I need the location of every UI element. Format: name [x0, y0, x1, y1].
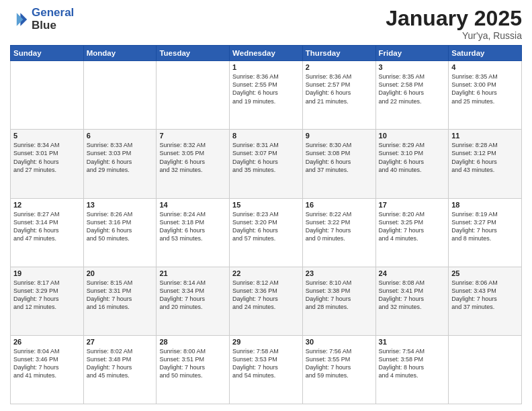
day-number: 7 [159, 132, 226, 140]
day-number: 22 [232, 269, 300, 277]
calendar-cell: 13Sunrise: 8:26 AMSunset: 3:16 PMDayligh… [83, 198, 157, 267]
calendar-cell: 21Sunrise: 8:14 AMSunset: 3:34 PMDayligh… [157, 267, 230, 335]
calendar-cell: 10Sunrise: 8:29 AMSunset: 3:10 PMDayligh… [375, 130, 449, 198]
logo: General Blue [10, 7, 74, 32]
page: General Blue January 2025 Yur'ya, Russia… [0, 0, 532, 411]
day-header-saturday: Saturday [449, 46, 522, 61]
day-number: 27 [87, 338, 154, 346]
day-info: Sunrise: 8:12 AMSunset: 3:36 PMDaylight:… [232, 279, 300, 312]
day-info: Sunrise: 8:04 AMSunset: 3:46 PMDaylight:… [13, 347, 81, 380]
day-info: Sunrise: 8:36 AMSunset: 2:55 PMDaylight:… [232, 73, 300, 105]
day-info: Sunrise: 8:28 AMSunset: 3:12 PMDaylight:… [451, 141, 519, 174]
day-info: Sunrise: 8:27 AMSunset: 3:14 PMDaylight:… [13, 210, 81, 243]
calendar-cell: 1Sunrise: 8:36 AMSunset: 2:55 PMDaylight… [230, 61, 303, 130]
calendar-cell: 15Sunrise: 8:23 AMSunset: 3:20 PMDayligh… [230, 198, 303, 267]
day-header-thursday: Thursday [302, 46, 375, 61]
calendar-cell: 31Sunrise: 7:54 AMSunset: 3:58 PMDayligh… [375, 335, 449, 404]
calendar-cell: 22Sunrise: 8:12 AMSunset: 3:36 PMDayligh… [230, 267, 303, 335]
day-number: 15 [232, 201, 300, 209]
day-number: 4 [451, 63, 519, 71]
day-number: 24 [379, 269, 446, 277]
day-info: Sunrise: 8:35 AMSunset: 3:00 PMDaylight:… [451, 73, 519, 105]
calendar-cell: 2Sunrise: 8:36 AMSunset: 2:57 PMDaylight… [302, 61, 375, 130]
day-number: 19 [13, 269, 81, 277]
day-info: Sunrise: 8:10 AMSunset: 3:38 PMDaylight:… [306, 279, 373, 312]
day-info: Sunrise: 8:29 AMSunset: 3:10 PMDaylight:… [379, 141, 446, 174]
day-info: Sunrise: 8:15 AMSunset: 3:31 PMDaylight:… [87, 279, 154, 312]
day-info: Sunrise: 8:00 AMSunset: 3:51 PMDaylight:… [159, 347, 226, 380]
day-info: Sunrise: 8:32 AMSunset: 3:05 PMDaylight:… [159, 141, 226, 174]
day-header-wednesday: Wednesday [230, 46, 303, 61]
title-block: January 2025 Yur'ya, Russia [386, 7, 522, 41]
day-number: 6 [87, 132, 154, 140]
calendar-cell: 28Sunrise: 8:00 AMSunset: 3:51 PMDayligh… [157, 335, 230, 404]
calendar-cell: 8Sunrise: 8:31 AMSunset: 3:07 PMDaylight… [230, 130, 303, 198]
day-header-friday: Friday [375, 46, 449, 61]
day-info: Sunrise: 7:56 AMSunset: 3:55 PMDaylight:… [306, 347, 373, 380]
day-header-tuesday: Tuesday [157, 46, 230, 61]
day-info: Sunrise: 8:02 AMSunset: 3:48 PMDaylight:… [87, 347, 154, 380]
week-row-1: 1Sunrise: 8:36 AMSunset: 2:55 PMDaylight… [11, 61, 522, 130]
day-number: 20 [87, 269, 154, 277]
day-number: 18 [451, 201, 519, 209]
calendar-cell: 30Sunrise: 7:56 AMSunset: 3:55 PMDayligh… [302, 335, 375, 404]
calendar-cell: 18Sunrise: 8:19 AMSunset: 3:27 PMDayligh… [449, 198, 522, 267]
day-number: 14 [159, 201, 226, 209]
day-info: Sunrise: 8:22 AMSunset: 3:22 PMDaylight:… [306, 210, 373, 243]
day-info: Sunrise: 8:14 AMSunset: 3:34 PMDaylight:… [159, 279, 226, 312]
calendar-cell: 12Sunrise: 8:27 AMSunset: 3:14 PMDayligh… [11, 198, 84, 267]
calendar-cell [157, 61, 230, 130]
calendar-cell: 19Sunrise: 8:17 AMSunset: 3:29 PMDayligh… [11, 267, 84, 335]
logo-icon [10, 10, 29, 29]
day-info: Sunrise: 7:58 AMSunset: 3:53 PMDaylight:… [232, 347, 300, 380]
day-number: 21 [159, 269, 226, 277]
day-info: Sunrise: 8:30 AMSunset: 3:08 PMDaylight:… [306, 141, 373, 174]
day-number: 29 [232, 338, 300, 346]
calendar-cell: 5Sunrise: 8:34 AMSunset: 3:01 PMDaylight… [11, 130, 84, 198]
calendar-cell: 25Sunrise: 8:06 AMSunset: 3:43 PMDayligh… [449, 267, 522, 335]
week-row-5: 26Sunrise: 8:04 AMSunset: 3:46 PMDayligh… [11, 335, 522, 404]
calendar-cell: 3Sunrise: 8:35 AMSunset: 2:58 PMDaylight… [375, 61, 449, 130]
day-info: Sunrise: 8:17 AMSunset: 3:29 PMDaylight:… [13, 279, 81, 312]
day-header-sunday: Sunday [11, 46, 84, 61]
day-number: 23 [306, 269, 373, 277]
calendar-cell: 4Sunrise: 8:35 AMSunset: 3:00 PMDaylight… [449, 61, 522, 130]
calendar-cell: 16Sunrise: 8:22 AMSunset: 3:22 PMDayligh… [302, 198, 375, 267]
calendar-cell [11, 61, 84, 130]
day-info: Sunrise: 8:20 AMSunset: 3:25 PMDaylight:… [379, 210, 446, 243]
day-info: Sunrise: 8:33 AMSunset: 3:03 PMDaylight:… [87, 141, 154, 174]
week-row-4: 19Sunrise: 8:17 AMSunset: 3:29 PMDayligh… [11, 267, 522, 335]
calendar-cell: 24Sunrise: 8:08 AMSunset: 3:41 PMDayligh… [375, 267, 449, 335]
calendar-header-row: SundayMondayTuesdayWednesdayThursdayFrid… [11, 46, 522, 61]
day-number: 8 [232, 132, 300, 140]
calendar-cell: 7Sunrise: 8:32 AMSunset: 3:05 PMDaylight… [157, 130, 230, 198]
day-info: Sunrise: 8:06 AMSunset: 3:43 PMDaylight:… [451, 279, 519, 312]
day-info: Sunrise: 8:23 AMSunset: 3:20 PMDaylight:… [232, 210, 300, 243]
day-number: 28 [159, 338, 226, 346]
week-row-3: 12Sunrise: 8:27 AMSunset: 3:14 PMDayligh… [11, 198, 522, 267]
calendar-cell: 6Sunrise: 8:33 AMSunset: 3:03 PMDaylight… [83, 130, 157, 198]
day-number: 16 [306, 201, 373, 209]
day-number: 12 [13, 201, 81, 209]
day-info: Sunrise: 8:24 AMSunset: 3:18 PMDaylight:… [159, 210, 226, 243]
day-info: Sunrise: 8:36 AMSunset: 2:57 PMDaylight:… [306, 73, 373, 105]
calendar-cell: 29Sunrise: 7:58 AMSunset: 3:53 PMDayligh… [230, 335, 303, 404]
day-number: 26 [13, 338, 81, 346]
day-info: Sunrise: 8:08 AMSunset: 3:41 PMDaylight:… [379, 279, 446, 312]
day-info: Sunrise: 8:31 AMSunset: 3:07 PMDaylight:… [232, 141, 300, 174]
week-row-2: 5Sunrise: 8:34 AMSunset: 3:01 PMDaylight… [11, 130, 522, 198]
day-info: Sunrise: 8:19 AMSunset: 3:27 PMDaylight:… [451, 210, 519, 243]
day-info: Sunrise: 8:26 AMSunset: 3:16 PMDaylight:… [87, 210, 154, 243]
day-number: 1 [232, 63, 300, 71]
subtitle: Yur'ya, Russia [386, 30, 522, 41]
day-number: 5 [13, 132, 81, 140]
calendar-cell: 20Sunrise: 8:15 AMSunset: 3:31 PMDayligh… [83, 267, 157, 335]
day-number: 25 [451, 269, 519, 277]
calendar-cell: 17Sunrise: 8:20 AMSunset: 3:25 PMDayligh… [375, 198, 449, 267]
day-number: 11 [451, 132, 519, 140]
day-info: Sunrise: 8:35 AMSunset: 2:58 PMDaylight:… [379, 73, 446, 105]
day-number: 3 [379, 63, 446, 71]
day-info: Sunrise: 7:54 AMSunset: 3:58 PMDaylight:… [379, 347, 446, 380]
logo-text: General Blue [32, 7, 74, 32]
day-number: 30 [306, 338, 373, 346]
